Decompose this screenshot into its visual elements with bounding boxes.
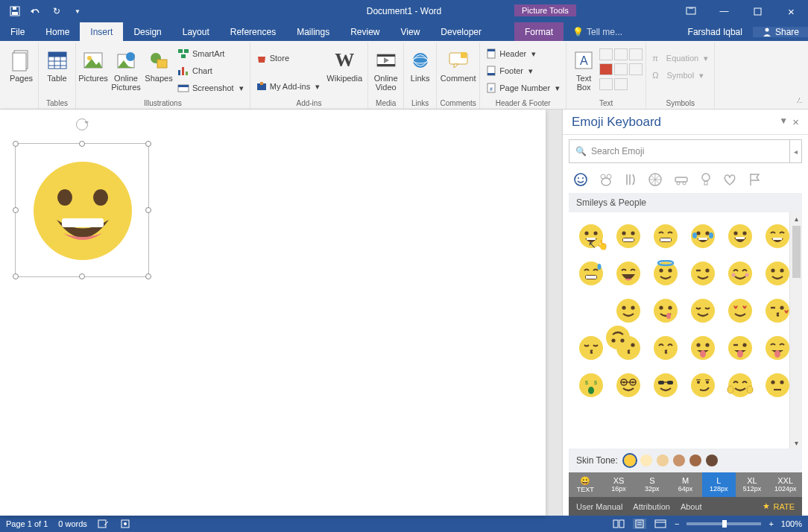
emoji-item[interactable] bbox=[612, 220, 645, 253]
redo-icon[interactable]: ↻ bbox=[48, 2, 66, 20]
chart-button[interactable]: Chart bbox=[174, 63, 247, 79]
emoji-item[interactable] bbox=[575, 332, 607, 364]
store-button[interactable]: Store bbox=[253, 50, 323, 66]
category-animals-icon[interactable] bbox=[599, 172, 613, 187]
text-misc2-icon[interactable] bbox=[614, 78, 628, 90]
zoom-knob[interactable] bbox=[722, 520, 727, 528]
category-objects-icon[interactable] bbox=[700, 172, 712, 187]
emoji-item[interactable] bbox=[687, 257, 719, 290]
attribution-link[interactable]: Attribution bbox=[633, 502, 670, 511]
read-mode-icon[interactable] bbox=[612, 519, 625, 529]
emoji-item[interactable] bbox=[687, 369, 719, 402]
resize-handle[interactable] bbox=[79, 141, 85, 147]
rate-button[interactable]: ★RATE bbox=[763, 501, 795, 511]
skin-tone-option[interactable] bbox=[657, 455, 669, 466]
emoji-item[interactable] bbox=[612, 294, 645, 327]
rotate-handle-icon[interactable] bbox=[76, 118, 88, 130]
resize-handle[interactable] bbox=[13, 141, 19, 147]
tab-developer[interactable]: Developer bbox=[430, 22, 492, 41]
size-option[interactable]: XL512px bbox=[736, 472, 769, 497]
emoji-item[interactable] bbox=[612, 257, 645, 290]
pane-dropdown-icon[interactable]: ▼ bbox=[779, 115, 788, 128]
resize-handle[interactable] bbox=[13, 273, 19, 279]
size-option[interactable]: M64px bbox=[669, 472, 702, 497]
text-misc-icon[interactable] bbox=[599, 78, 613, 90]
screenshot-button[interactable]: Screenshot ▾ bbox=[174, 80, 247, 96]
tab-mailings[interactable]: Mailings bbox=[286, 22, 340, 41]
page-indicator[interactable]: Page 1 of 1 bbox=[6, 519, 48, 528]
macro-icon[interactable] bbox=[120, 519, 130, 529]
drop-cap-icon[interactable] bbox=[629, 48, 643, 60]
equation-button[interactable]: π Equation ▾ bbox=[649, 50, 711, 66]
tab-view[interactable]: View bbox=[391, 22, 431, 41]
emoji-item[interactable] bbox=[687, 294, 719, 327]
category-flags-icon[interactable] bbox=[748, 172, 761, 187]
zoom-slider[interactable] bbox=[687, 522, 761, 525]
symbol-button[interactable]: Ω Symbol ▾ bbox=[649, 67, 711, 83]
emoji-item[interactable] bbox=[575, 294, 607, 327]
emoji-item[interactable]: $$ bbox=[575, 369, 607, 402]
tab-review[interactable]: Review bbox=[340, 22, 390, 41]
emoji-item[interactable] bbox=[649, 332, 682, 364]
category-travel-icon[interactable] bbox=[673, 173, 689, 186]
skin-tone-option[interactable] bbox=[673, 455, 685, 466]
size-option[interactable]: 😀TEXT bbox=[569, 472, 602, 497]
size-option[interactable]: XS16px bbox=[602, 472, 636, 497]
skin-tone-option[interactable] bbox=[689, 455, 701, 466]
pages-button[interactable]: Pages bbox=[7, 45, 36, 86]
emoji-item[interactable] bbox=[724, 294, 757, 327]
wikipedia-button[interactable]: W Wikipedia bbox=[324, 45, 364, 86]
tab-format[interactable]: Format bbox=[514, 22, 564, 41]
links-button[interactable]: Links bbox=[406, 45, 435, 86]
word-count[interactable]: 0 words bbox=[58, 519, 87, 528]
scrollbar[interactable]: ▴ ▾ bbox=[789, 212, 802, 449]
emoji-item[interactable] bbox=[687, 220, 719, 253]
search-input[interactable]: 🔍 Search Emoji bbox=[569, 139, 790, 163]
resize-handle[interactable] bbox=[145, 273, 151, 279]
user-manual-link[interactable]: User Manual bbox=[576, 502, 622, 511]
zoom-level[interactable]: 100% bbox=[781, 519, 802, 528]
pane-close-icon[interactable]: × bbox=[792, 115, 799, 128]
minimize-icon[interactable]: — bbox=[707, 0, 741, 22]
emoji-item[interactable] bbox=[649, 220, 682, 253]
ribbon-display-options-icon[interactable] bbox=[674, 0, 707, 22]
smartart-button[interactable]: SmartArt bbox=[174, 45, 247, 62]
tab-file[interactable]: File bbox=[0, 22, 35, 41]
save-icon[interactable] bbox=[6, 2, 24, 20]
category-activity-icon[interactable] bbox=[648, 172, 663, 187]
category-smileys-icon[interactable] bbox=[573, 172, 588, 187]
emoji-item[interactable] bbox=[724, 369, 757, 402]
text-box-button[interactable]: A Text Box bbox=[569, 45, 598, 95]
qat-dropdown-icon[interactable]: ▼ bbox=[69, 2, 86, 20]
picture-selection[interactable] bbox=[15, 143, 149, 277]
quick-parts-icon[interactable] bbox=[599, 48, 613, 60]
emoji-item[interactable] bbox=[575, 257, 607, 290]
date-time-icon[interactable] bbox=[614, 63, 628, 75]
scroll-thumb[interactable] bbox=[792, 226, 801, 278]
emoji-item[interactable] bbox=[687, 332, 719, 364]
scroll-down-icon[interactable]: ▾ bbox=[795, 437, 798, 449]
close-icon[interactable]: × bbox=[774, 0, 808, 22]
page-number-button[interactable]: #Page Number ▾ bbox=[483, 80, 563, 96]
skin-tone-option[interactable] bbox=[706, 455, 718, 466]
resize-handle[interactable] bbox=[145, 207, 151, 213]
online-video-button[interactable]: Online Video bbox=[372, 45, 400, 95]
category-symbols-icon[interactable] bbox=[722, 173, 737, 186]
resize-handle[interactable] bbox=[79, 273, 85, 279]
footer-button[interactable]: Footer ▾ bbox=[483, 63, 563, 79]
emoji-item[interactable] bbox=[724, 257, 757, 290]
emoji-item[interactable] bbox=[649, 294, 682, 327]
document-canvas[interactable] bbox=[0, 110, 562, 516]
maximize-icon[interactable] bbox=[741, 0, 774, 22]
shapes-button[interactable]: Shapes bbox=[145, 45, 173, 86]
header-button[interactable]: Header ▾ bbox=[483, 45, 563, 62]
emoji-item[interactable] bbox=[649, 369, 682, 402]
emoji-item[interactable] bbox=[724, 220, 757, 253]
signature-icon[interactable] bbox=[599, 63, 613, 75]
online-pictures-button[interactable]: Online Pictures bbox=[109, 45, 143, 95]
web-layout-icon[interactable] bbox=[654, 519, 667, 529]
tab-layout[interactable]: Layout bbox=[172, 22, 220, 41]
share-button[interactable]: Share bbox=[753, 27, 808, 37]
resize-handle[interactable] bbox=[13, 207, 19, 213]
size-option[interactable]: XXL1024px bbox=[768, 472, 802, 497]
